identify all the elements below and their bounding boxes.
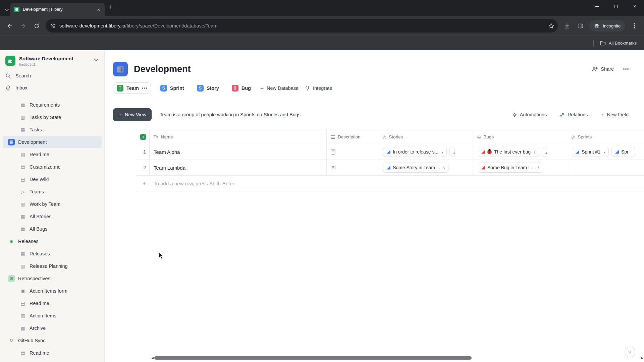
new-database-button[interactable]: + New Database	[260, 85, 299, 91]
sidebar-item-releases[interactable]: ◉Releases	[3, 235, 102, 247]
story-chip[interactable]: In order to release s...›	[383, 147, 447, 157]
database-tab-sprint[interactable]: SSprint	[157, 82, 187, 94]
story-chip[interactable]	[449, 147, 455, 157]
bugs-cell[interactable]: The first ever bug›	[473, 144, 567, 160]
chevron-down-icon[interactable]	[94, 58, 98, 61]
sidebar-item-archive[interactable]: ▦Archive	[3, 322, 102, 334]
new-tab-button[interactable]: +	[108, 3, 112, 11]
column-header-sprints[interactable]: ◎ Sprints	[567, 130, 644, 144]
sidebar-item-github-sync[interactable]: ↻GitHub Sync	[3, 334, 102, 347]
column-header-description[interactable]: Description	[326, 130, 378, 144]
back-icon[interactable]	[3, 19, 16, 32]
horizontal-scrollbar[interactable]: ◀ ▶	[151, 356, 643, 360]
new-field-button[interactable]: + New Field	[601, 112, 629, 118]
name-cell[interactable]: Team Lambda	[149, 160, 326, 175]
integrate-button[interactable]: Integrate	[305, 85, 332, 91]
automations-button[interactable]: Automations	[513, 112, 547, 118]
sidebar-item-action-items-form[interactable]: ▣Action Items form	[3, 285, 102, 297]
sidebar-item-requirements[interactable]: ▦Requirements	[3, 99, 102, 111]
relations-button[interactable]: Relations	[559, 112, 588, 118]
sidebar-item-retrospectives[interactable]: ⊙Retrospectives	[3, 272, 102, 285]
sprints-cell[interactable]: Sprint #1›Spr	[567, 144, 644, 160]
development-app-icon: ▦	[113, 62, 128, 76]
story-icon	[453, 150, 455, 154]
sidebar-item-teams[interactable]: ▷Teams	[3, 185, 102, 198]
site-settings-icon[interactable]	[50, 23, 56, 28]
database-tab-bug[interactable]: BBug	[228, 82, 254, 94]
reload-icon[interactable]	[30, 19, 43, 32]
bug-chip[interactable]: Some Bug in Team L...›	[478, 163, 543, 173]
plug-icon	[305, 85, 310, 91]
table-row: 2Team LambdaSome Story in Team ...›Some …	[136, 160, 644, 176]
stories-cell[interactable]: Some Story in Team ...›	[378, 160, 473, 175]
sidebar-item-tasks[interactable]: ▦Tasks	[3, 123, 102, 136]
sidebar-item-read-me[interactable]: ▤Read.me	[3, 297, 102, 309]
share-button[interactable]: Share	[592, 66, 614, 72]
chevron-right-icon: ›	[443, 165, 445, 171]
workspace-id: 6ad8d3d1	[19, 62, 73, 66]
database-tab-label: Story	[207, 85, 219, 91]
row-number-cell: 1	[136, 144, 149, 160]
tab-more-options-icon[interactable]	[142, 87, 147, 89]
database-tab-story[interactable]: SStory	[194, 82, 222, 94]
sidebar-inbox[interactable]: Inbox	[0, 82, 104, 94]
story-chip[interactable]: Some Story in Team ...›	[383, 163, 448, 173]
sidebar-item-release-planning[interactable]: ▥Release Planning	[3, 260, 102, 272]
column-label: Sprints	[578, 134, 592, 139]
browser-menu-icon[interactable]	[628, 19, 641, 32]
browser-tab[interactable]: Development | Fibery ×	[10, 3, 105, 16]
sidebar-item-releases[interactable]: ▦Releases	[3, 247, 102, 260]
add-row[interactable]: + To add a new row, press Shift+Enter	[136, 176, 644, 191]
all-bookmarks-label[interactable]: All Bookmarks	[609, 41, 637, 46]
bugs-cell[interactable]: Some Bug in Team L...›	[473, 160, 567, 175]
header-more-options-icon[interactable]	[623, 68, 629, 70]
column-label: Stories	[389, 134, 403, 139]
sidebar-item-work-by-team[interactable]: ▥Work by Team	[3, 198, 102, 210]
sidebar-item-customize-me[interactable]: ▤Customize.me	[3, 161, 102, 173]
description-cell[interactable]	[326, 144, 378, 160]
sidebar-item-all-stories[interactable]: ▦All Stories	[3, 210, 102, 223]
column-header-bugs[interactable]: ◎ Bugs	[473, 130, 567, 144]
description-cell[interactable]	[326, 160, 378, 175]
scrollbar-track[interactable]	[154, 356, 640, 360]
help-button[interactable]: ?	[625, 347, 635, 357]
sprints-cell[interactable]	[567, 160, 644, 175]
chevron-right-icon: ›	[441, 149, 443, 155]
download-icon[interactable]	[560, 19, 573, 32]
sidebar-item-dev-wiki[interactable]: ▤Dev Wiki	[3, 173, 102, 185]
window-close-button[interactable]: ×	[625, 0, 644, 13]
column-header-stories[interactable]: ◎ Stories	[378, 130, 473, 144]
bug-chip[interactable]	[542, 147, 547, 157]
sprint-chip[interactable]: Sprint #1›	[572, 147, 609, 157]
sidebar-item-read-me[interactable]: ▤Read.me	[3, 347, 102, 359]
sidebar-item-development[interactable]: ▦Development	[3, 136, 102, 148]
side-panel-icon[interactable]	[574, 19, 587, 32]
bug-chip[interactable]: The first ever bug›	[478, 147, 539, 157]
minimize-button[interactable]	[588, 0, 606, 13]
sidebar-search[interactable]: Search	[0, 70, 104, 82]
tab-search-chevron-icon[interactable]	[5, 9, 9, 11]
scroll-left-icon[interactable]: ◀	[151, 357, 154, 360]
column-header-name[interactable]: Name	[149, 130, 326, 144]
new-view-button[interactable]: + New View	[113, 108, 152, 121]
name-cell[interactable]: Team Alpha	[149, 144, 326, 160]
sidebar-item-action-items[interactable]: ▥Action Items	[3, 309, 102, 322]
database-tab-team[interactable]: TTeam	[113, 82, 151, 94]
tab-close-icon[interactable]: ×	[95, 6, 102, 13]
sidebar-item-tasks-by-state[interactable]: ▥Tasks by State	[3, 111, 102, 123]
chip-label: Some Story in Team ...	[393, 165, 440, 170]
stories-cell[interactable]: In order to release s...›	[378, 144, 473, 160]
maximize-button[interactable]	[606, 0, 625, 13]
plus-icon: +	[601, 112, 604, 118]
sidebar-item-all-bugs[interactable]: ▦All Bugs	[3, 223, 102, 235]
url-bar[interactable]: software-development.fibery.io/fibery/sp…	[46, 19, 558, 33]
view-toolbar: + New View Team is a group of people wor…	[105, 100, 644, 130]
scrollbar-thumb[interactable]	[154, 356, 472, 360]
bookmark-star-icon[interactable]	[548, 23, 554, 29]
forward-icon[interactable]	[17, 19, 30, 32]
workspace-header[interactable]: Software Development 6ad8d3d1	[0, 54, 104, 70]
scroll-right-icon[interactable]: ▶	[641, 357, 643, 360]
sprint-chip[interactable]: Spr	[611, 147, 635, 157]
name-text: Team Alpha	[154, 149, 180, 155]
sidebar-item-read-me[interactable]: ▤Read.me	[3, 148, 102, 161]
